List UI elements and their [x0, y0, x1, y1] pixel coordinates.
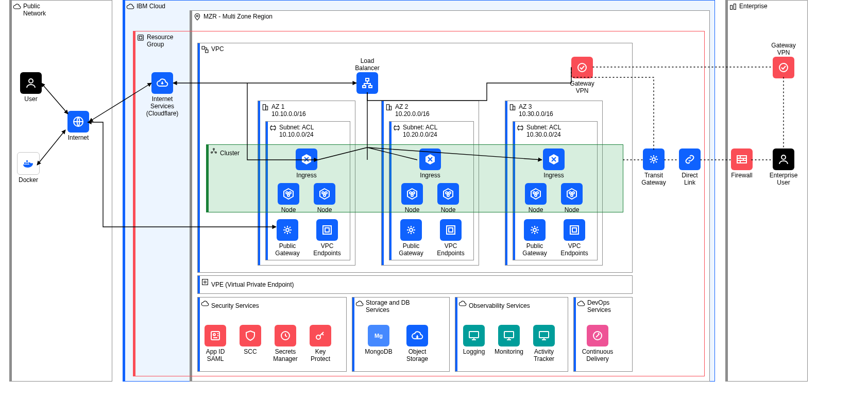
internet-node: Internet — [62, 111, 95, 142]
cloud-services-icon — [355, 300, 364, 309]
enterprise-user-node-icon — [773, 148, 794, 170]
load-balancer-node-icon — [356, 72, 378, 94]
cluster-title: Cluster — [220, 150, 240, 157]
svg-point-56 — [533, 192, 535, 194]
docker-node: Docker — [12, 152, 45, 184]
direct-link-node-icon — [679, 148, 701, 170]
svg-point-0 — [196, 15, 198, 16]
firewall-node-label: Firewall — [725, 172, 758, 179]
firewall-node: Firewall — [725, 148, 758, 179]
docker-node-icon — [17, 152, 40, 175]
observability-item-2: Activity Tracker — [527, 325, 560, 363]
node-a-3: Node — [519, 183, 552, 214]
building-icon — [508, 103, 517, 113]
public-gateway-3-label: Public Gateway — [518, 243, 551, 257]
observability-item-2-icon — [533, 325, 555, 346]
ingress-1-node-label: Ingress — [290, 172, 323, 179]
subnet-icon — [393, 124, 401, 134]
svg-point-57 — [536, 192, 538, 194]
svg-point-68 — [316, 335, 320, 339]
user-node-label: User — [14, 96, 47, 103]
node-b-3-label: Node — [555, 207, 588, 214]
ingress-3-node-label: Ingress — [537, 172, 570, 179]
resource-group-title: Resource Group — [147, 34, 173, 48]
security-item-1-label: SCC — [234, 349, 267, 356]
security-item-0: App ID SAML — [199, 325, 232, 363]
user-node-icon — [20, 72, 42, 94]
internet-node-icon — [67, 111, 89, 133]
public-gateway-1: Public Gateway — [271, 219, 304, 257]
storage-item-1-icon — [406, 325, 428, 346]
vpc-endpoints-1-label: VPC Endpoints — [311, 243, 344, 257]
gateway-vpn-node-icon — [571, 57, 593, 78]
observability-services-title: Observability Services — [469, 302, 530, 309]
node-b-1-label: Node — [308, 207, 341, 214]
enterprise-gateway-vpn-node-icon — [773, 57, 794, 78]
vpc-endpoints-3-label: VPC Endpoints — [558, 243, 591, 257]
observability-item-1: Monitoring — [492, 325, 525, 356]
subnet-icon — [516, 124, 524, 134]
node-a-2-icon — [401, 183, 423, 205]
svg-rect-21 — [26, 162, 28, 164]
svg-rect-71 — [504, 332, 514, 338]
ingress-2-node-label: Ingress — [414, 172, 447, 179]
svg-rect-64 — [570, 226, 578, 234]
vpc-endpoints-1: VPC Endpoints — [311, 219, 344, 257]
node-a-2: Node — [396, 183, 429, 214]
node-b-3-icon — [561, 183, 583, 205]
network-icon — [201, 45, 209, 55]
storage-item-0-icon: Mg — [368, 325, 389, 346]
storage-item-1: Object Storage — [401, 325, 434, 363]
direct-link-node: Direct Link — [673, 148, 706, 187]
svg-point-60 — [569, 192, 571, 194]
svg-point-38 — [322, 192, 324, 194]
svg-point-36 — [287, 194, 290, 196]
storage-services-title: Storage and DB Services — [366, 299, 410, 314]
security-item-1-icon — [240, 325, 261, 346]
az-title: AZ 310.30.0.0/16 — [519, 103, 553, 118]
svg-point-6 — [204, 281, 206, 283]
svg-rect-17 — [734, 4, 736, 10]
internet-services-node-icon — [151, 72, 173, 94]
transit-gateway-node: Transit Gateway — [637, 148, 670, 187]
security-item-2-label: Secrets Manager — [269, 349, 302, 363]
svg-point-15 — [215, 152, 217, 153]
public-gateway-3-icon — [524, 219, 546, 241]
vpc-endpoints-3-icon — [564, 219, 585, 241]
devops-item-0-label: Continuous Delivery — [581, 349, 614, 363]
node-a-3-icon — [525, 183, 547, 205]
svg-rect-2 — [139, 36, 142, 39]
ingress-2-node-icon — [419, 148, 441, 170]
svg-rect-4 — [206, 50, 208, 53]
node-b-2-label: Node — [432, 207, 465, 214]
public-network-region: Public Network — [9, 0, 112, 382]
node-b-1-icon — [314, 183, 335, 205]
svg-rect-25 — [363, 86, 366, 88]
cloud-icon — [126, 3, 134, 12]
security-services-title: Security Services — [211, 302, 259, 309]
svg-rect-10 — [389, 106, 392, 110]
svg-rect-53 — [447, 226, 455, 234]
subnet-title: Subnet: ACL10.10.0.0/24 — [279, 124, 314, 139]
vpc-endpoints-2-label: VPC Endpoints — [434, 243, 467, 257]
svg-point-61 — [572, 192, 574, 194]
svg-point-41 — [286, 228, 289, 232]
svg-point-63 — [533, 228, 536, 232]
architecture-diagram: Public Network IBM Cloud MZR - Multi Zon… — [0, 0, 868, 413]
svg-rect-12 — [513, 106, 515, 110]
security-item-1: SCC — [234, 325, 267, 356]
endpoint-icon — [201, 278, 209, 288]
svg-rect-30 — [737, 156, 746, 163]
svg-point-13 — [213, 148, 215, 150]
devops-item-0: Continuous Delivery — [581, 325, 614, 363]
svg-rect-16 — [730, 5, 733, 9]
node-a-1-icon — [278, 183, 299, 205]
svg-point-29 — [779, 63, 788, 72]
svg-point-47 — [411, 194, 413, 196]
enterprise-icon — [729, 3, 737, 12]
svg-point-28 — [652, 158, 655, 161]
svg-rect-24 — [366, 78, 369, 81]
enterprise-user-node: Enterprise User — [767, 148, 800, 187]
gateway-vpn-node: Gateway VPN — [566, 57, 599, 95]
devops-services-title: DevOps Services — [587, 299, 611, 314]
